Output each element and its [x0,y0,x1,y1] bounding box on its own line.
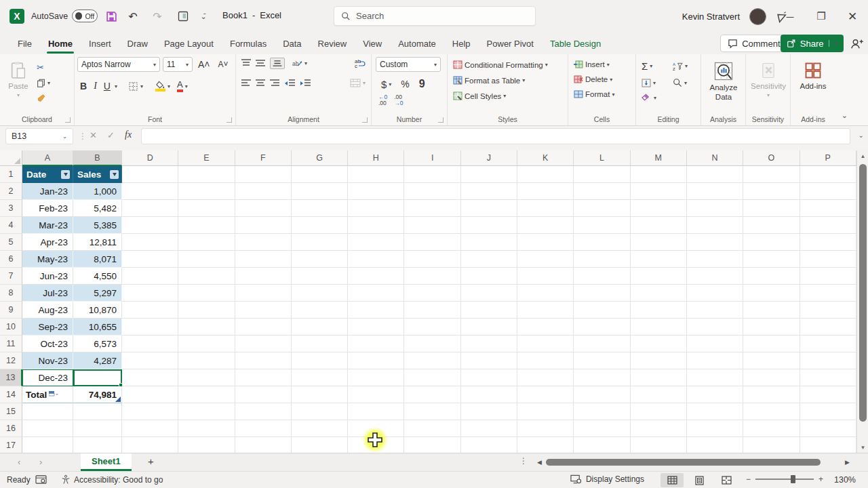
zoom-in-icon[interactable]: + [818,474,823,484]
cell-K5[interactable] [517,234,574,251]
cell-O7[interactable] [743,268,800,285]
cell-L2[interactable] [574,183,630,200]
cell-A15[interactable] [22,403,73,420]
cell-M6[interactable] [631,251,687,268]
cell-D1[interactable] [122,166,178,183]
percent-button[interactable]: % [398,77,412,91]
cell-D12[interactable] [122,352,178,369]
cell-M8[interactable] [631,285,687,302]
cell-I1[interactable] [404,166,460,183]
cell-B1[interactable]: Sales [73,166,122,183]
minimize-button[interactable]: ─ [774,0,806,33]
format-cells-button[interactable]: Format▾ [571,89,633,100]
cell-A6[interactable]: May-23 [22,251,73,268]
cell-J16[interactable] [461,420,517,437]
cell-H3[interactable] [348,200,404,217]
cell-A4[interactable]: Mar-23 [22,217,73,234]
cell-O15[interactable] [743,403,800,420]
cell-N3[interactable] [687,200,743,217]
cell-F9[interactable] [235,302,292,319]
excel-logo-icon[interactable]: X [9,9,24,24]
cell-K7[interactable] [517,268,574,285]
cell-P10[interactable] [800,319,856,336]
cell-J7[interactable] [461,268,517,285]
cell-F12[interactable] [235,352,292,369]
cell-D8[interactable] [122,285,178,302]
close-button[interactable]: ✕ [837,0,868,33]
display-settings-button[interactable]: Display Settings [570,474,644,484]
row-header-9[interactable]: 9 [0,302,22,319]
cell-F5[interactable] [235,234,292,251]
ribbon-tab-help[interactable]: Help [444,33,479,54]
cell-B15[interactable] [73,403,122,420]
cell-F7[interactable] [235,268,292,285]
cell-K16[interactable] [517,420,574,437]
paste-button[interactable]: Paste▾ [3,57,34,104]
borders-button[interactable]: ▾ [125,80,146,93]
cell-P7[interactable] [800,268,856,285]
cell-I13[interactable] [404,369,460,386]
bold-button[interactable]: B [77,79,90,93]
cell-L9[interactable] [574,302,630,319]
cell-F16[interactable] [235,420,292,437]
cell-D7[interactable] [122,268,178,285]
accept-entry-icon[interactable]: ✓ [107,130,115,140]
cell-O9[interactable] [743,302,800,319]
cell-A1[interactable]: Date [22,166,73,183]
cell-P5[interactable] [800,234,856,251]
cell-K6[interactable] [517,251,574,268]
cell-J6[interactable] [461,251,517,268]
cell-G8[interactable] [292,285,348,302]
total-row-options-icon[interactable] [49,391,58,399]
cell-D11[interactable] [122,336,178,352]
format-as-table-button[interactable]: Format as Table▾ [450,75,565,86]
cell-M7[interactable] [631,268,687,285]
cell-F2[interactable] [235,183,292,200]
row-header-2[interactable]: 2 [0,183,22,200]
normal-view-button[interactable] [660,473,684,487]
cut-button[interactable]: ✂ [34,61,53,74]
cell-J2[interactable] [461,183,517,200]
cell-J4[interactable] [461,217,517,234]
cell-F3[interactable] [235,200,292,217]
cell-A12[interactable]: Nov-23 [22,352,73,369]
cell-N1[interactable] [687,166,743,183]
cell-D16[interactable] [122,420,178,437]
comma-button[interactable]: 9 [416,77,428,92]
cell-G12[interactable] [292,352,348,369]
row-header-10[interactable]: 10 [0,319,22,336]
cell-G17[interactable] [292,437,348,453]
cell-I8[interactable] [404,285,460,302]
cell-O5[interactable] [743,234,800,251]
cell-N13[interactable] [687,369,743,386]
cell-J8[interactable] [461,285,517,302]
column-header-b[interactable]: B [73,150,122,166]
cell-D6[interactable] [122,251,178,268]
zoom-slider-track[interactable] [755,479,814,480]
cell-F6[interactable] [235,251,292,268]
cell-N12[interactable] [687,352,743,369]
cell-O3[interactable] [743,200,800,217]
row-header-8[interactable]: 8 [0,285,22,302]
row-header-1[interactable]: 1 [0,166,22,183]
ribbon-tab-formulas[interactable]: Formulas [222,33,275,54]
cell-L15[interactable] [574,403,630,420]
font-color-button[interactable]: A ▾ [174,79,191,94]
cell-M13[interactable] [631,369,687,386]
ribbon-tab-page-layout[interactable]: Page Layout [156,33,222,54]
cell-L11[interactable] [574,336,630,352]
bottom-align-button[interactable] [270,58,285,69]
macro-record-icon[interactable] [35,474,47,487]
cell-E12[interactable] [178,352,235,369]
horizontal-scroll-thumb[interactable] [546,459,821,466]
cell-O13[interactable] [743,369,800,386]
insert-function-icon[interactable]: fx [125,129,132,140]
cell-J9[interactable] [461,302,517,319]
zoom-level[interactable]: 130% [834,475,856,485]
cell-P14[interactable] [800,386,856,403]
cell-I14[interactable] [404,386,460,403]
cell-B11[interactable]: 6,573 [73,336,122,352]
zoom-slider-handle[interactable] [791,475,795,483]
cell-L5[interactable] [574,234,630,251]
row-header-3[interactable]: 3 [0,200,22,217]
